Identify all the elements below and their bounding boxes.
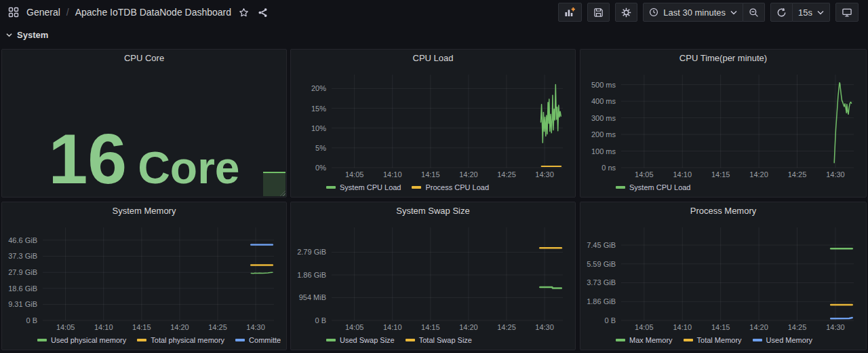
panel-title[interactable]: System Memory [2, 202, 286, 219]
dashboard-title: Apache IoTDB DataNode Dashboard [75, 7, 231, 18]
legend-label: Used Swap Size [340, 336, 395, 344]
cpu-time-chart[interactable]: 0 ns100 ms200 ms300 ms400 ms500 ms14:051… [586, 67, 861, 181]
zoom-out-icon [749, 7, 759, 18]
svg-text:0 ns: 0 ns [601, 164, 616, 172]
legend-swatch [406, 339, 415, 341]
legend-item[interactable]: Used physical memory [37, 336, 126, 344]
svg-text:14:20: 14:20 [749, 170, 768, 179]
row-chevron-icon [6, 33, 12, 37]
stat-body: 16 Core [2, 67, 286, 197]
svg-text:0 B: 0 B [315, 316, 326, 324]
stat-value: 16 [48, 124, 127, 194]
share-icon[interactable] [256, 6, 269, 19]
chevron-down-icon [817, 10, 824, 15]
system_swap-svg: 0 B954 MiB1.86 GiB2.79 GiB14:0514:1014:1… [296, 219, 570, 333]
breadcrumb-section[interactable]: General [26, 7, 60, 18]
legend-label: Total physical memory [151, 336, 224, 344]
process_memory-svg: 0 B1.86 GiB3.73 GiB5.59 GiB7.45 GiB14:05… [586, 219, 861, 333]
panel-title[interactable]: CPU Load [291, 50, 575, 67]
legend-item[interactable]: Used Memory [753, 336, 812, 344]
svg-text:5.59 GiB: 5.59 GiB [587, 260, 616, 268]
svg-text:954 MiB: 954 MiB [299, 293, 326, 301]
svg-text:400 ms: 400 ms [591, 97, 616, 105]
time-range-picker[interactable]: Last 30 minutes [643, 3, 743, 22]
legend-label: System CPU Load [340, 183, 401, 191]
system-swap-legend: Used Swap SizeTotal Swap Size [296, 333, 570, 346]
save-dashboard-button[interactable] [587, 3, 610, 22]
star-icon[interactable] [237, 6, 250, 19]
svg-text:14:30: 14:30 [535, 323, 554, 331]
row-toggle-system[interactable]: System [0, 24, 868, 45]
dashboard-settings-button[interactable] [615, 3, 637, 22]
svg-text:14:10: 14:10 [383, 323, 402, 331]
legend-label: Process CPU Load [425, 183, 489, 191]
svg-text:14:30: 14:30 [826, 323, 845, 331]
svg-text:14:10: 14:10 [383, 170, 402, 179]
legend-label: Max Memory [629, 336, 673, 344]
apps-menu-icon[interactable] [7, 5, 20, 19]
panel-system-memory: System Memory 0 B9.31 GiB18.6 GiB27.9 Gi… [1, 202, 287, 350]
add-panel-button[interactable] [558, 3, 582, 22]
legend-item[interactable]: System CPU Load [326, 183, 401, 191]
svg-text:500 ms: 500 ms [591, 81, 616, 89]
legend-item[interactable]: Total Memory [684, 336, 742, 344]
legend-item[interactable]: Max Memory [616, 336, 673, 344]
dashboard-toolbar: Last 30 minutes [558, 3, 859, 22]
svg-text:3.73 GiB: 3.73 GiB [587, 278, 616, 286]
clock-icon [649, 7, 658, 17]
svg-text:14:05: 14:05 [635, 323, 654, 331]
svg-text:14:05: 14:05 [345, 323, 364, 331]
panel-cpu-load: CPU Load 0%5%10%15%20%14:0514:1014:1514:… [290, 49, 576, 198]
kiosk-mode-button[interactable] [835, 3, 859, 22]
refresh-button[interactable] [770, 3, 793, 22]
svg-text:7.45 GiB: 7.45 GiB [587, 241, 616, 249]
panel-title[interactable]: System Swap Size [291, 202, 575, 219]
stat-unit: Core [138, 145, 239, 190]
cpu-time-legend: System CPU Load [586, 181, 861, 193]
legend-label: Used Memory [766, 336, 812, 344]
svg-text:14:15: 14:15 [132, 323, 151, 331]
panel-cpu-core: CPU Core 16 Core [1, 49, 287, 198]
legend-item[interactable]: Used Swap Size [326, 336, 395, 344]
legend-swatch [616, 339, 625, 341]
refresh-interval-label: 15s [798, 7, 812, 18]
legend-swatch [412, 186, 421, 189]
legend-swatch [616, 186, 625, 189]
legend-item[interactable]: Process CPU Load [412, 183, 489, 191]
svg-text:10%: 10% [311, 124, 326, 132]
legend-item[interactable]: Committed vm size [235, 336, 281, 344]
refresh-interval-dropdown[interactable]: 15s [793, 3, 830, 22]
svg-text:37.3 GiB: 37.3 GiB [8, 252, 37, 260]
svg-text:14:25: 14:25 [208, 323, 227, 331]
system-swap-chart[interactable]: 0 B954 MiB1.86 GiB2.79 GiB14:0514:1014:1… [296, 219, 570, 333]
legend-label: Committed vm size [249, 336, 281, 344]
svg-text:14:10: 14:10 [94, 323, 113, 331]
panel-cpu-time: CPU Time(per minute) 0 ns100 ms200 ms300… [580, 49, 867, 198]
svg-text:14:20: 14:20 [459, 323, 478, 331]
legend-item[interactable]: System CPU Load [616, 183, 690, 191]
system-memory-chart[interactable]: 0 B9.31 GiB18.6 GiB27.9 GiB37.3 GiB46.6 … [7, 219, 281, 333]
svg-text:14:30: 14:30 [826, 170, 845, 179]
panel-title[interactable]: CPU Core [2, 50, 286, 67]
panel-title[interactable]: Process Memory [580, 202, 866, 219]
svg-text:0 B: 0 B [26, 316, 37, 324]
legend-item[interactable]: Total Swap Size [406, 336, 472, 344]
svg-text:14:15: 14:15 [711, 323, 730, 331]
cpu-load-chart[interactable]: 0%5%10%15%20%14:0514:1014:1514:2014:2514… [296, 67, 570, 181]
svg-text:14:20: 14:20 [459, 170, 478, 179]
panel-title[interactable]: CPU Time(per minute) [580, 50, 866, 67]
system-memory-legend: Used physical memoryTotal physical memor… [7, 333, 281, 346]
svg-text:14:05: 14:05 [56, 323, 75, 331]
svg-text:14:25: 14:25 [497, 170, 516, 179]
svg-text:1.86 GiB: 1.86 GiB [297, 271, 326, 279]
system_memory-svg: 0 B9.31 GiB18.6 GiB27.9 GiB37.3 GiB46.6 … [7, 219, 281, 333]
svg-text:15%: 15% [311, 105, 326, 113]
process-memory-chart[interactable]: 0 B1.86 GiB3.73 GiB5.59 GiB7.45 GiB14:05… [586, 219, 861, 333]
process-memory-legend: Max MemoryTotal MemoryUsed Memory [586, 333, 861, 346]
dashboard-grid: CPU Core 16 Core CPU Load 0%5%10%15%20%1… [0, 45, 868, 352]
zoom-out-button[interactable] [743, 3, 765, 22]
svg-text:300 ms: 300 ms [591, 114, 616, 122]
svg-text:14:25: 14:25 [497, 323, 516, 331]
legend-item[interactable]: Total physical memory [137, 336, 224, 344]
svg-text:14:20: 14:20 [749, 323, 768, 331]
